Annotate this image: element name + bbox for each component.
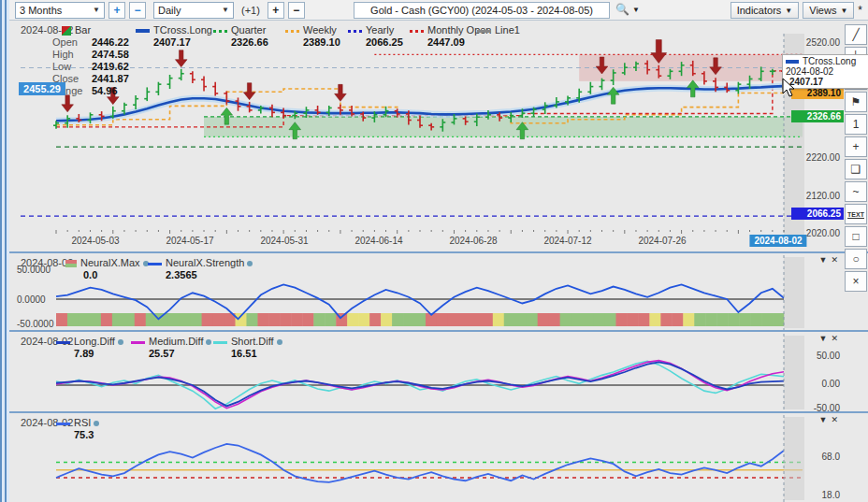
legend-swatch <box>213 30 227 33</box>
wave-tool-icon[interactable]: ~ <box>845 181 867 202</box>
neuralx-max-block <box>493 313 504 326</box>
legend-item-line1[interactable]: Line1 <box>477 24 520 36</box>
neuralx-max-block <box>313 313 325 326</box>
legend-info-dot[interactable] <box>247 261 253 266</box>
legend-info-dot[interactable] <box>118 339 123 345</box>
add-bar-button[interactable]: + <box>268 2 284 19</box>
yearly-price-tag: 2066.25 <box>791 208 844 220</box>
neuralx-max-block <box>538 313 549 326</box>
neuralx-max-block <box>268 313 280 326</box>
legend-label: RSI <box>74 417 91 428</box>
neuralx-max-block <box>571 313 583 326</box>
legend-info-dot[interactable] <box>94 421 99 426</box>
callout-tool-icon[interactable]: ❑ <box>845 159 867 179</box>
neuralx-max-block <box>750 313 761 326</box>
delete-tool-icon[interactable]: × <box>845 271 867 292</box>
legend-info-dot[interactable] <box>277 339 282 345</box>
neuralx-max-block <box>594 313 605 326</box>
range-select[interactable]: 3 Months▼ <box>15 2 105 19</box>
x-tick-label: 2024-05-31 <box>260 236 308 246</box>
legend-swatch <box>285 30 299 33</box>
move-tool-icon[interactable]: + <box>845 136 867 157</box>
symbol-title-input[interactable]: Gold - Cash (GCY00) (2024-05-03 - 2024-0… <box>354 2 610 19</box>
legend-swatch <box>477 30 491 33</box>
x-tick-label: 2024-06-28 <box>449 236 497 246</box>
count-tool-icon[interactable]: 1 <box>845 114 867 135</box>
neuralx-max-block <box>515 313 527 326</box>
legend-label: Weekly <box>303 24 337 36</box>
remove-bar-button[interactable]: − <box>288 2 305 19</box>
symbol-search[interactable]: 🔍 ▼ <box>615 3 640 16</box>
neuralx-max-block <box>202 313 213 326</box>
legend-swatch <box>348 30 362 33</box>
chevron-down-icon[interactable]: ▼ <box>632 6 640 14</box>
zoom-out-button[interactable]: − <box>129 2 146 19</box>
neuralx-max-block <box>694 313 705 326</box>
neuralx-max-block <box>369 313 381 326</box>
neuralx-panel: 2024-08-02 NeuralX.Max0.0NeuralX.Strengt… <box>9 251 868 330</box>
views-button[interactable]: Views▼ <box>803 2 854 19</box>
legend-item-yearly[interactable]: Yearly2066.25 <box>348 24 403 48</box>
legend-item-weekly[interactable]: Weekly2389.10 <box>285 24 340 48</box>
tcross-line-swatch <box>786 60 799 64</box>
legend-label: Line1 <box>495 24 520 36</box>
y-tick: 2520.00 <box>788 37 840 48</box>
legend-item-quarter[interactable]: Quarter2326.66 <box>213 24 268 48</box>
legend-item-long-diff[interactable]: Long.Diff7.89 <box>56 336 123 359</box>
panel-controls[interactable]: ▼✕ <box>819 415 842 424</box>
legend-label: NeuralX.Strength <box>166 257 244 268</box>
legend-item-neuralx-strength[interactable]: NeuralX.Strength2.3565 <box>148 257 253 280</box>
neuralx-max-block <box>739 313 750 326</box>
y-tick: -50.0000 <box>17 319 69 329</box>
neuralx-max-block <box>448 313 459 326</box>
indicators-button[interactable]: Indicators▼ <box>731 2 800 19</box>
open-value: 2446.22 <box>92 36 129 49</box>
panel-controls[interactable]: ▼✕ <box>819 334 842 343</box>
neuralx-max-block <box>123 313 135 326</box>
quarter-price-tag: 2326.66 <box>791 110 844 122</box>
neuralx-max-block <box>403 313 414 326</box>
search-icon[interactable]: 🔍 <box>615 3 629 16</box>
legend-label: Long.Diff <box>74 336 115 347</box>
legend-item-bar[interactable]: Bar <box>62 24 91 36</box>
x-tick-label: 2024-05-17 <box>166 236 213 246</box>
legend-item-short-diff[interactable]: Short.Diff16.51 <box>213 336 282 359</box>
high-value: 2474.58 <box>92 49 129 61</box>
neuralx-max-block <box>191 313 202 326</box>
legend-value: 75.3 <box>74 429 99 440</box>
y-tick: 68.0 <box>788 452 840 462</box>
zoom-in-button[interactable]: + <box>108 2 125 19</box>
legend-swatch <box>56 423 70 425</box>
close-value: 2441.87 <box>92 73 129 85</box>
text-tool-icon[interactable]: TEXT <box>845 204 867 224</box>
y-tick: 18.0 <box>788 490 840 500</box>
legend-label: Quarter <box>231 24 266 36</box>
x-tick-label: 2024-07-26 <box>638 236 686 246</box>
legend-value: 0.0 <box>83 269 149 280</box>
price-chart[interactable] <box>9 21 868 251</box>
panel-controls[interactable]: ▼✕ <box>819 255 842 265</box>
neuralx-max-block <box>347 313 358 326</box>
legend-item-medium-diff[interactable]: Medium.Diff25.57 <box>131 336 211 359</box>
neuralx-max-block <box>604 313 615 326</box>
diff-panel: 2024-08-02 Long.Diff7.89Medium.Diff25.57… <box>9 330 868 411</box>
legend-label: Bar <box>75 24 91 36</box>
rectangle-tool-icon[interactable]: □ <box>845 226 867 247</box>
legend-swatch <box>131 341 145 344</box>
rsi-chart[interactable] <box>9 413 868 502</box>
ellipse-tool-icon[interactable]: ○ <box>845 249 867 269</box>
legend-item-rsi[interactable]: RSI75.3 <box>56 417 99 440</box>
line-tool-icon[interactable]: ╱ <box>845 24 867 45</box>
x-tick-label: 2024-06-14 <box>354 236 402 246</box>
interval-select[interactable]: Daily▼ <box>153 2 234 19</box>
neuralx-max-block <box>325 313 336 326</box>
flag-tool-icon[interactable]: ⚑ <box>845 92 867 112</box>
left-splitter[interactable] <box>0 0 9 502</box>
legend-info-dot[interactable] <box>206 339 211 345</box>
legend-item-neuralx-max[interactable]: NeuralX.Max0.0 <box>65 257 149 280</box>
legend-value: 2326.66 <box>231 36 268 48</box>
range-value: 54.96 <box>92 85 118 97</box>
sell-arrow <box>175 50 187 67</box>
neuralx-max-block <box>135 313 146 326</box>
legend-item-tcross-long[interactable]: TCross.Long2407.17 <box>136 24 212 48</box>
